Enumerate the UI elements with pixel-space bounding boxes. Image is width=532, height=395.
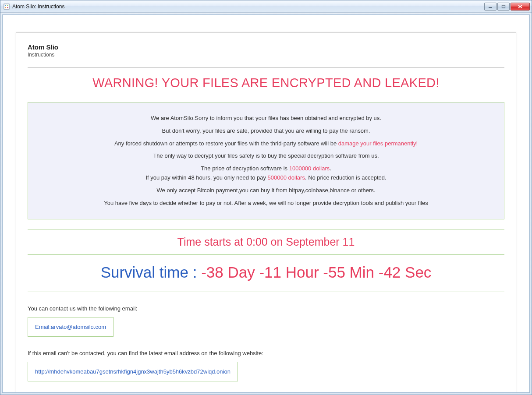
info-line: We only accept Bitcoin payment,you can b…	[34, 186, 498, 195]
email-box: Email:arvato@atomsilo.com	[28, 317, 113, 337]
maximize-button[interactable]	[497, 3, 510, 11]
doc-header: Atom Slio Instructions	[28, 43, 504, 58]
contact-instruction: You can contact us with the following em…	[28, 305, 504, 312]
brand-subtitle: Instructions	[28, 52, 504, 58]
app-icon	[3, 3, 10, 10]
divider	[28, 67, 504, 68]
client-area: Atom Slio Instructions WARNING! YOUR FIL…	[2, 14, 530, 393]
svg-rect-3	[5, 7, 6, 8]
survival-timer: Survival time : -38 Day -11 Hour -55 Min…	[28, 261, 504, 286]
price-full: 1000000 dollars	[289, 165, 330, 172]
svg-rect-1	[5, 5, 6, 6]
price-discount: 500000 dollars	[268, 174, 305, 181]
survival-label: Survival time :	[101, 264, 202, 281]
scroll-area[interactable]: Atom Slio Instructions WARNING! YOUR FIL…	[3, 15, 529, 392]
time-start: Time starts at 0:00 on September 11	[28, 236, 504, 248]
app-window: Atom Slio: Instructions Atom Slio Instru…	[0, 0, 532, 395]
contact-instruction-2: If this email can't be contacted, you ca…	[28, 350, 504, 356]
close-button[interactable]	[511, 3, 530, 11]
info-line: You have five days to decide whether to …	[34, 199, 498, 208]
onion-link[interactable]: http://mhdehvkomeabau7gsetnsrhkfign4jgnx…	[35, 368, 231, 375]
info-line: We are AtomSilo.Sorry to inform you that…	[34, 114, 498, 123]
divider-green	[28, 254, 504, 255]
svg-rect-6	[502, 5, 505, 8]
document: Atom Slio Instructions WARNING! YOUR FIL…	[16, 32, 516, 392]
onion-box: http://mhdehvkomeabau7gsetnsrhkfign4jgnx…	[28, 362, 238, 381]
svg-rect-4	[7, 7, 8, 8]
info-line: The only way to decrypt your files safel…	[34, 152, 498, 161]
info-line: But don't worry, your files are safe, pr…	[34, 127, 498, 136]
warning-phrase: damage your files permanently!	[338, 140, 418, 147]
divider-green	[28, 292, 504, 292]
svg-rect-2	[7, 5, 8, 6]
info-line: The price of decryption software is 1000…	[34, 164, 498, 183]
warning-heading: WARNING! YOUR FILES ARE ENCRYPTED AND LE…	[28, 76, 504, 90]
divider-green	[28, 229, 504, 229]
contact-email[interactable]: Email:arvato@atomsilo.com	[35, 324, 106, 330]
window-controls	[483, 3, 530, 11]
survival-value: -38 Day -11 Hour -55 Min -42 Sec	[201, 264, 431, 281]
window-title: Atom Slio: Instructions	[12, 4, 483, 10]
brand-title: Atom Slio	[28, 43, 504, 51]
minimize-button[interactable]	[484, 3, 497, 11]
svg-rect-0	[4, 4, 9, 9]
info-line: Any forced shutdown or attempts to resto…	[34, 139, 498, 148]
divider-green	[28, 93, 504, 93]
info-box: We are AtomSilo.Sorry to inform you that…	[28, 102, 504, 219]
titlebar[interactable]: Atom Slio: Instructions	[0, 0, 532, 13]
